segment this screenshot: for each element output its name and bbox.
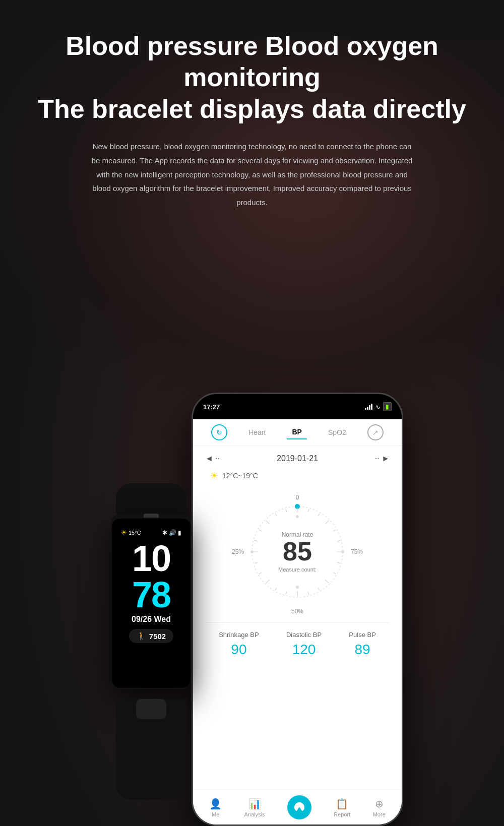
gauge-container: 0 25% 75% 50% Normal rate 85 Measure cou…: [237, 491, 358, 612]
weather-temp: 12°C~19°C: [222, 472, 258, 480]
app-main-content: ◄ ·· 2019-01-21 ·· ► ☀ 12°C~19°C: [193, 446, 402, 676]
svg-line-12: [318, 588, 320, 590]
phone-body: 17:27 ∿ ▮: [192, 393, 403, 826]
svg-line-4: [318, 514, 320, 516]
hero-content: Blood pressure Blood oxygen monitoring T…: [0, 0, 504, 210]
svg-point-26: [296, 515, 299, 518]
gauge-bottom-label: Measure count:: [278, 566, 317, 573]
gauge-right-pct: 75%: [351, 548, 363, 555]
svg-line-24: [275, 514, 277, 516]
nav-main[interactable]: [287, 795, 311, 819]
svg-line-22: [259, 530, 262, 531]
battery-icon: ▮: [178, 529, 181, 536]
share-icon[interactable]: ↗: [367, 424, 384, 440]
bluetooth-icon: ✱: [162, 529, 167, 536]
nav-more[interactable]: ⊕ More: [373, 798, 386, 817]
weather-sun-icon: ☀: [210, 470, 218, 481]
next-date-button[interactable]: ·· ►: [375, 454, 390, 463]
svg-line-3: [308, 509, 309, 512]
phone-time: 17:27: [203, 403, 220, 411]
diastolic-value: 120: [286, 642, 322, 658]
current-date: 2019-01-21: [277, 454, 318, 463]
band-steps: 🚶 7502: [129, 629, 173, 643]
wifi-icon: ∿: [375, 403, 381, 411]
svg-line-5: [325, 521, 329, 524]
nav-report-label: Report: [334, 811, 350, 817]
band-bp-display: 78: [121, 577, 181, 613]
phone-screen: ↻ Heart BP SpO2 ↗ ◄ ·· 2019-01-21 ·· ►: [193, 419, 402, 824]
svg-line-9: [337, 562, 340, 563]
band-top-button[interactable]: [144, 514, 159, 518]
bp-metrics-row: Shrinkage BP 90 Diastolic BP 120 Pulse B…: [205, 622, 390, 658]
walk-icon: 🚶: [137, 631, 146, 641]
svg-line-25: [286, 509, 287, 512]
gauge-left-pct: 25%: [232, 548, 244, 555]
shrinkage-label: Shrinkage BP: [219, 631, 259, 639]
gauge-zero-label: 0: [296, 494, 299, 501]
nav-me-label: Me: [212, 811, 219, 817]
svg-line-11: [325, 580, 329, 583]
svg-line-16: [275, 588, 277, 590]
gauge-fifty-pct: 50%: [291, 608, 303, 615]
tab-spo2[interactable]: SpO2: [323, 426, 351, 439]
band-device-body: ☀ 15°C ✱ 🔊 ▮ 10 78 09/26 Wed: [111, 514, 192, 689]
phone-notch: [262, 394, 333, 408]
shrinkage-value: 90: [219, 642, 259, 658]
report-icon: 📋: [336, 798, 348, 810]
svg-line-15: [286, 592, 287, 595]
prev-date-button[interactable]: ◄ ··: [205, 454, 220, 463]
nav-report[interactable]: 📋 Report: [334, 798, 350, 817]
sound-icon: 🔊: [169, 529, 176, 536]
band-temperature: 15°C: [129, 530, 141, 536]
app-tabs: ↻ Heart BP SpO2 ↗: [193, 419, 402, 446]
svg-point-29: [296, 586, 299, 589]
svg-point-27: [250, 550, 254, 553]
date-navigator: ◄ ·· 2019-01-21 ·· ►: [205, 454, 390, 463]
battery-status-icon: ▮: [383, 402, 392, 411]
band-strap-top: [116, 483, 186, 514]
band-screen: ☀ 15°C ✱ 🔊 ▮ 10 78 09/26 Wed: [116, 523, 186, 684]
svg-line-6: [333, 530, 336, 531]
person-icon: 👤: [209, 798, 222, 810]
gauge-inner: Normal rate 85 Measure count:: [278, 531, 317, 573]
sun-icon: ☀: [121, 529, 127, 536]
band-icons: ✱ 🔊 ▮: [162, 529, 181, 536]
svg-line-18: [259, 573, 262, 574]
hero-section: Blood pressure Blood oxygen monitoring T…: [0, 0, 504, 826]
tab-bp[interactable]: BP: [287, 425, 306, 439]
devices-container: ☀ 15°C ✱ 🔊 ▮ 10 78 09/26 Wed: [0, 347, 504, 826]
phone-status-icons: ∿ ▮: [365, 402, 392, 411]
svg-line-21: [255, 540, 258, 541]
analysis-icon: 📊: [248, 798, 261, 810]
bottom-nav: 👤 Me 📊 Analysis: [193, 790, 402, 824]
more-icon: ⊕: [375, 798, 384, 810]
svg-line-17: [266, 580, 270, 583]
band-steps-value: 7502: [149, 632, 166, 641]
metric-pulse: Pulse BP 89: [349, 631, 375, 658]
main-nav-icon: [287, 795, 311, 819]
tab-heart[interactable]: Heart: [243, 426, 271, 439]
nav-analysis[interactable]: 📊 Analysis: [244, 798, 265, 817]
signal-icon: [365, 404, 372, 410]
gauge-value: 85: [278, 538, 317, 564]
band-strap-bottom: [116, 699, 186, 800]
pulse-label: Pulse BP: [349, 631, 375, 639]
nav-me[interactable]: 👤 Me: [209, 798, 222, 817]
band-weather: ☀ 15°C: [121, 529, 141, 536]
band-status-row: ☀ 15°C ✱ 🔊 ▮: [121, 529, 181, 536]
svg-point-28: [341, 550, 344, 553]
pulse-value: 89: [349, 642, 375, 658]
metric-shrinkage: Shrinkage BP 90: [219, 631, 259, 658]
nav-analysis-label: Analysis: [244, 811, 265, 817]
phone-status-bar: 17:27 ∿ ▮: [193, 394, 402, 419]
band-screen-area: ☀ 15°C ✱ 🔊 ▮ 10 78 09/26 Wed: [112, 519, 191, 688]
weather-row: ☀ 12°C~19°C: [205, 470, 390, 481]
hero-description: New blood pressure, blood oxygen monitor…: [88, 140, 416, 210]
svg-line-23: [266, 521, 270, 524]
svg-line-19: [255, 562, 258, 563]
tab-refresh-icon[interactable]: ↻: [211, 424, 227, 440]
diastolic-label: Diastolic BP: [286, 631, 322, 639]
phone-device: 17:27 ∿ ▮: [192, 393, 403, 826]
band-date: 09/26 Wed: [121, 615, 181, 624]
svg-line-10: [333, 573, 336, 574]
